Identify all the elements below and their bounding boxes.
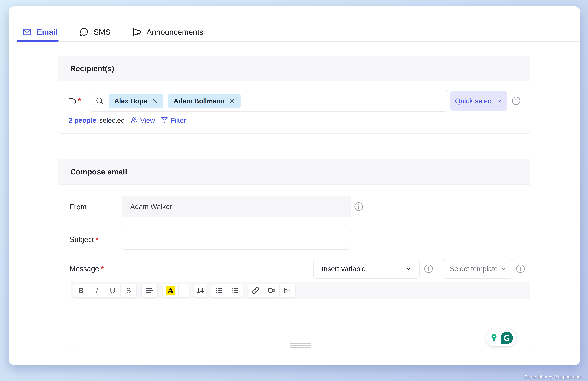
mail-icon bbox=[22, 27, 32, 37]
svg-text:3: 3 bbox=[232, 291, 233, 294]
chat-bubble-icon bbox=[79, 27, 89, 37]
tab-announcements-label: Announcements bbox=[147, 27, 203, 37]
numbered-list-icon: 123 bbox=[231, 287, 239, 294]
users-icon bbox=[130, 116, 138, 124]
color-group: A bbox=[163, 284, 189, 298]
active-tab-indicator bbox=[17, 40, 59, 42]
recipients-header: Recipient(s) bbox=[58, 56, 530, 81]
insert-video-button[interactable] bbox=[264, 284, 280, 297]
font-size-button[interactable]: 14 bbox=[194, 284, 206, 297]
remove-chip-icon[interactable] bbox=[229, 98, 235, 104]
compose-title: Compose email bbox=[70, 167, 127, 176]
insert-variable-dropdown[interactable]: Insert variable bbox=[314, 259, 420, 279]
highlighted-a-icon: A bbox=[166, 286, 175, 295]
grammarly-widget[interactable]: G bbox=[486, 329, 517, 347]
filter-label: Filter bbox=[171, 116, 186, 124]
bullet-list-icon bbox=[215, 287, 223, 294]
main-card: Email SMS Announcements Recipient(s) To* bbox=[9, 6, 580, 365]
editor-resize-handle[interactable] bbox=[290, 343, 311, 348]
editor-toolbar: B I U S A bbox=[71, 282, 530, 299]
compose-section: Compose email From Subject* Message* Ins… bbox=[58, 159, 530, 365]
chip-label: Adam Bollmann bbox=[174, 97, 225, 105]
message-editor: B I U S A bbox=[71, 282, 530, 349]
italic-button[interactable]: I bbox=[89, 284, 105, 297]
recipient-chip[interactable]: Adam Bollmann bbox=[168, 94, 241, 108]
grammarly-logo[interactable]: G bbox=[501, 332, 513, 344]
link-icon bbox=[252, 287, 260, 294]
from-label: From bbox=[70, 203, 87, 211]
chip-label: Alex Hope bbox=[114, 97, 147, 105]
message-body-area[interactable]: G bbox=[71, 299, 530, 349]
list-group: 123 bbox=[211, 284, 243, 298]
chevron-down-icon bbox=[405, 265, 412, 272]
subject-input[interactable] bbox=[122, 229, 351, 249]
message-label: Message* bbox=[70, 265, 104, 273]
align-button[interactable] bbox=[142, 284, 157, 297]
filter-selected-link[interactable]: Filter bbox=[161, 116, 186, 124]
tab-sms[interactable]: SMS bbox=[79, 27, 111, 37]
select-template-label: Select template bbox=[450, 265, 498, 273]
view-label: View bbox=[140, 116, 155, 124]
chevron-down-icon bbox=[496, 98, 502, 104]
selection-summary: 2 people selected View Filter bbox=[69, 116, 186, 124]
required-asterisk: * bbox=[78, 97, 81, 105]
recipient-chip[interactable]: Alex Hope bbox=[109, 94, 163, 108]
megaphone-icon bbox=[132, 27, 142, 37]
channel-tabs: Email SMS Announcements bbox=[22, 25, 203, 38]
tab-sms-label: SMS bbox=[94, 27, 111, 37]
bold-button[interactable]: B bbox=[74, 284, 89, 297]
funnel-icon bbox=[161, 116, 169, 124]
info-icon[interactable] bbox=[424, 264, 433, 273]
tab-email-label: Email bbox=[37, 27, 58, 37]
selected-count: 2 people bbox=[69, 116, 97, 124]
insert-variable-label: Insert variable bbox=[322, 265, 366, 273]
lightbulb-icon[interactable] bbox=[489, 333, 499, 342]
video-camera-icon bbox=[268, 287, 275, 294]
select-template-dropdown[interactable]: Select template bbox=[443, 259, 513, 279]
insert-link-button[interactable] bbox=[248, 284, 264, 297]
recipients-title: Recipient(s) bbox=[70, 64, 114, 73]
remove-chip-icon[interactable] bbox=[152, 98, 158, 104]
required-asterisk: * bbox=[101, 265, 104, 273]
underline-button[interactable]: U bbox=[105, 284, 121, 297]
info-icon[interactable] bbox=[516, 264, 525, 273]
to-row: To* Alex Hope Adam Bollmann bbox=[69, 90, 521, 112]
color-swatch-button[interactable] bbox=[179, 284, 189, 297]
tab-announcements[interactable]: Announcements bbox=[132, 27, 203, 37]
chevron-down-icon bbox=[500, 266, 506, 272]
size-group: 14 bbox=[194, 284, 206, 298]
bullet-list-button[interactable] bbox=[211, 284, 227, 297]
align-lines-icon bbox=[146, 287, 153, 294]
quick-select-button[interactable]: Quick select bbox=[450, 91, 507, 111]
quick-select-label: Quick select bbox=[455, 97, 493, 105]
info-icon[interactable] bbox=[354, 202, 363, 211]
tabs-divider bbox=[17, 41, 580, 42]
strikethrough-button[interactable]: S bbox=[121, 284, 136, 297]
selected-suffix: selected bbox=[99, 116, 125, 124]
from-field bbox=[122, 196, 351, 217]
required-asterisk: * bbox=[96, 235, 99, 244]
to-label: To* bbox=[69, 97, 81, 105]
recipients-section: Recipient(s) To* Alex Hope Adam Bollmann bbox=[58, 56, 530, 134]
align-group bbox=[141, 284, 158, 298]
image-icon bbox=[284, 287, 291, 294]
compose-header: Compose email bbox=[58, 159, 530, 185]
recipient-search-input[interactable]: Alex Hope Adam Bollmann bbox=[89, 90, 448, 112]
from-input[interactable] bbox=[122, 203, 351, 210]
view-selected-link[interactable]: View bbox=[130, 116, 155, 124]
insert-image-button[interactable] bbox=[280, 284, 295, 297]
search-icon bbox=[95, 97, 104, 105]
insert-group bbox=[248, 284, 295, 298]
numbered-list-button[interactable]: 123 bbox=[227, 284, 243, 297]
format-group: B I U S bbox=[73, 284, 137, 298]
info-icon[interactable] bbox=[511, 96, 521, 106]
xnapper-watermark: Screenshot by Xnapper.com bbox=[524, 374, 582, 380]
subject-label: Subject* bbox=[70, 235, 99, 244]
text-highlight-button[interactable]: A bbox=[163, 284, 179, 297]
tab-email[interactable]: Email bbox=[22, 27, 58, 37]
